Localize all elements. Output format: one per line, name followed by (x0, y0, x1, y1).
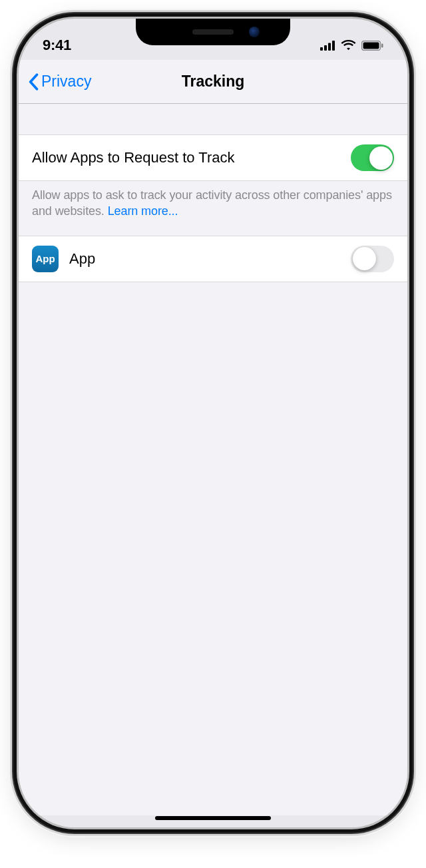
chevron-left-icon (28, 73, 39, 91)
app-list: AppApp (19, 236, 407, 282)
section-footer: Allow apps to ask to track your activity… (19, 181, 407, 236)
svg-rect-2 (328, 43, 331, 51)
svg-rect-0 (320, 47, 323, 51)
svg-rect-5 (363, 42, 379, 49)
app-icon: App (32, 246, 59, 272)
front-camera (249, 27, 260, 37)
svg-rect-6 (381, 43, 383, 47)
settings-content[interactable]: Allow Apps to Request to Track Allow app… (19, 104, 407, 815)
svg-rect-1 (324, 45, 327, 51)
svg-rect-3 (332, 41, 335, 51)
status-time: 9:41 (43, 37, 71, 54)
status-icons (320, 40, 383, 51)
wifi-icon (341, 40, 356, 51)
back-label: Privacy (41, 73, 91, 91)
phone-frame: 9:41 Privacy Tracking Allow Apps to Requ… (19, 19, 407, 827)
learn-more-link[interactable]: Learn more... (108, 204, 178, 218)
battery-icon (361, 41, 383, 51)
allow-tracking-label: Allow Apps to Request to Track (32, 149, 351, 166)
back-button[interactable]: Privacy (28, 73, 91, 91)
page-title: Tracking (182, 73, 245, 91)
app-row: AppApp (19, 236, 407, 282)
footer-description: Allow apps to ask to track your activity… (32, 188, 392, 218)
app-tracking-switch[interactable] (351, 246, 394, 272)
home-indicator[interactable] (155, 816, 271, 820)
speaker-grille (192, 29, 234, 35)
nav-header: Privacy Tracking (19, 60, 407, 104)
notch (136, 19, 290, 45)
cellular-icon (320, 41, 335, 51)
allow-tracking-switch[interactable] (351, 144, 394, 171)
app-label: App (69, 250, 351, 268)
allow-tracking-row: Allow Apps to Request to Track (19, 134, 407, 181)
